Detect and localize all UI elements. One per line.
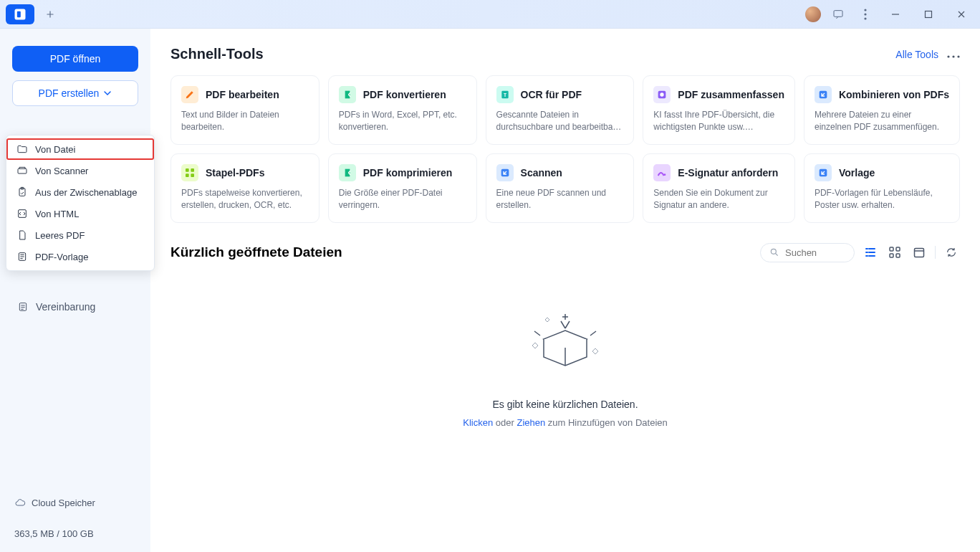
tool-title: E-Signatur anfordern [678, 167, 778, 179]
dots-icon [947, 55, 960, 58]
folder-icon [16, 143, 28, 155]
svg-point-29 [771, 249, 776, 254]
dropdown-from-scanner[interactable]: Von Scanner [6, 160, 154, 181]
calendar-icon [913, 247, 925, 258]
dropdown-pdf-template[interactable]: PDF-Vorlage [6, 246, 154, 267]
close-icon [957, 10, 966, 19]
minimize-icon [891, 10, 900, 19]
tool-card[interactable]: VorlagePDF-Vorlagen für Lebensläufe, Pos… [804, 153, 960, 223]
svg-rect-7 [18, 168, 27, 173]
cloud-storage-link[interactable]: Cloud Speicher [14, 497, 136, 508]
minimize-button[interactable] [883, 4, 908, 24]
more-button[interactable] [855, 4, 875, 24]
tool-card[interactable]: E-Signatur anfordernSenden Sie ein Dokum… [643, 153, 795, 223]
dropdown-item-label: Von Datei [35, 144, 75, 155]
svg-rect-24 [186, 173, 189, 177]
chat-icon [832, 9, 844, 20]
empty-box-icon [522, 300, 608, 386]
tool-card[interactable]: PDF zusammenfassenKI fasst Ihre PDF-Über… [643, 75, 795, 145]
list-icon [865, 247, 876, 258]
tool-desc: PDFs stapelweise konvertieren, erstellen… [181, 187, 309, 212]
refresh-button[interactable] [943, 244, 960, 261]
tool-title: PDF komprimieren [363, 167, 452, 179]
scanner-icon [16, 165, 28, 176]
svg-rect-25 [191, 173, 194, 177]
tool-icon [339, 164, 356, 181]
tool-icon: T [496, 86, 514, 103]
tools-more-button[interactable] [947, 49, 960, 60]
svg-point-4 [864, 13, 866, 15]
tool-card[interactable]: TOCR für PDFGescannte Dateien in durchsu… [486, 75, 635, 145]
tool-desc: PDFs in Word, Excel, PPT, etc. konvertie… [339, 109, 466, 134]
svg-point-5 [864, 17, 866, 19]
view-grid-button[interactable] [886, 244, 903, 261]
chat-button[interactable] [828, 4, 848, 24]
tool-card[interactable]: PDF komprimierenDie Größe einer PDF-Date… [328, 153, 477, 223]
tool-title: PDF bearbeiten [206, 89, 279, 100]
tool-card[interactable]: PDF konvertierenPDFs in Word, Excel, PPT… [328, 75, 477, 145]
blank-page-icon [16, 229, 28, 241]
svg-rect-30 [890, 247, 893, 251]
svg-rect-22 [186, 168, 189, 172]
empty-state: Es gibt keine kürzlichen Dateien. Klicke… [170, 271, 960, 428]
grid-icon [889, 247, 900, 258]
app-tab[interactable] [6, 4, 34, 24]
svg-point-16 [957, 55, 959, 57]
svg-point-27 [664, 173, 666, 176]
dropdown-from-clipboard[interactable]: Aus der Zwischenablage [6, 181, 154, 203]
tool-card[interactable]: Stapel-PDFsPDFs stapelweise konvertieren… [170, 153, 320, 223]
tool-desc: Die Größe einer PDF-Datei verringern. [339, 187, 466, 212]
tool-desc: PDF-Vorlagen für Lebensläufe, Poster usw… [815, 187, 949, 212]
dropdown-item-label: Aus der Zwischenablage [35, 187, 137, 198]
view-list-button[interactable] [862, 244, 879, 261]
svg-rect-2 [834, 10, 842, 16]
sidebar: PDF öffnen PDF erstellen Von Datei Von S… [0, 29, 150, 552]
separator [935, 246, 936, 259]
open-pdf-button[interactable]: PDF öffnen [12, 46, 138, 72]
titlebar [0, 0, 980, 29]
empty-drag-link[interactable]: Ziehen [517, 417, 545, 428]
new-tab-button[interactable] [40, 4, 60, 24]
create-pdf-dropdown: Von Datei Von Scanner Aus der Zwischenab… [6, 135, 155, 271]
tool-desc: Eine neue PDF scannen und erstellen. [496, 187, 624, 212]
svg-rect-31 [896, 247, 900, 251]
close-button[interactable] [948, 4, 974, 24]
tool-icon [815, 86, 832, 103]
tool-card[interactable]: ScannenEine neue PDF scannen und erstell… [486, 153, 635, 223]
tool-desc: Senden Sie ein Dokument zur Signatur an … [653, 187, 784, 212]
dropdown-blank-pdf[interactable]: Leeres PDF [6, 224, 154, 246]
template-icon [16, 251, 28, 262]
svg-rect-6 [926, 11, 932, 17]
tool-title: Stapel-PDFs [206, 167, 264, 179]
app-logo-icon [13, 7, 27, 22]
dropdown-from-file[interactable]: Von Datei [6, 138, 154, 160]
create-pdf-button[interactable]: PDF erstellen [12, 80, 138, 106]
dropdown-item-label: Von HTML [35, 209, 79, 219]
empty-click-link[interactable]: Klicken [463, 417, 493, 428]
svg-rect-23 [191, 168, 194, 172]
sidebar-agreement[interactable]: Vereinbarung [7, 295, 143, 318]
tool-card[interactable]: PDF bearbeitenText und Bilder in Dateien… [170, 75, 320, 145]
quick-tools-title: Schnell-Tools [170, 46, 264, 62]
svg-point-3 [864, 9, 866, 11]
tool-icon [496, 164, 514, 181]
avatar[interactable] [805, 6, 821, 22]
tool-title: OCR für PDF [521, 89, 582, 100]
all-tools-link[interactable]: Alle Tools [895, 49, 938, 60]
empty-hint: Klicken oder Ziehen zum Hinzufügen von D… [463, 417, 667, 428]
tool-icon [653, 164, 671, 181]
search-box[interactable] [760, 243, 855, 262]
document-icon [17, 301, 29, 313]
tool-icon [339, 86, 356, 103]
svg-point-14 [947, 55, 949, 57]
dropdown-item-label: PDF-Vorlage [35, 252, 88, 262]
tool-card[interactable]: Kombinieren von PDFsMehrere Dateien zu e… [804, 75, 960, 145]
dropdown-from-html[interactable]: Von HTML [6, 203, 154, 224]
html-icon [16, 208, 28, 219]
dropdown-item-label: Von Scanner [35, 166, 88, 176]
maximize-button[interactable] [916, 4, 941, 24]
search-input[interactable] [785, 247, 842, 258]
view-calendar-button[interactable] [911, 244, 928, 261]
svg-text:T: T [504, 92, 506, 97]
search-icon [769, 247, 779, 257]
